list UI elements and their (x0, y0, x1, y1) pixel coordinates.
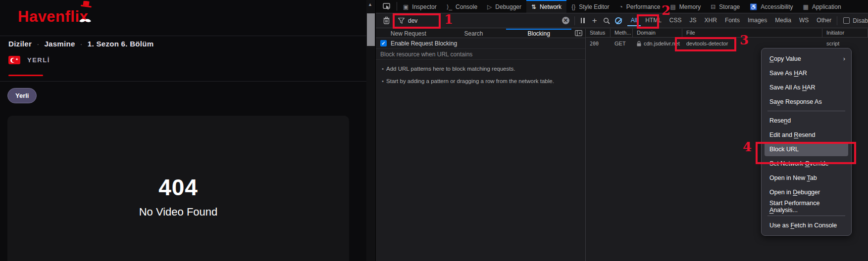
devtools-tab-application[interactable]: ▦Application (798, 0, 846, 13)
collapse-panel-button[interactable] (571, 29, 585, 38)
block-pattern-placeholder: Block resource when URL contains (380, 51, 472, 58)
devtools-tab-network[interactable]: ⇅Network (526, 0, 566, 13)
column-header-meth[interactable]: Meth... (611, 29, 633, 37)
type-filter-media[interactable]: Media (771, 15, 795, 26)
menu-item-label: Use as Fetch in Console (769, 222, 837, 229)
request-table-header: StatusMeth...DomainFileInitiator (586, 29, 868, 38)
menu-item-label: Save All As HAR (769, 84, 815, 91)
disable-cache-checkbox[interactable] (843, 17, 850, 24)
panel-tab-search[interactable]: Search (441, 29, 507, 38)
site-page: Havenflix Diziler·Jasmine·1. Sezon 6. Bö… (0, 0, 366, 261)
type-filter-js[interactable]: JS (686, 15, 700, 26)
menu-item-save-as-har[interactable]: Save As HAR (762, 66, 851, 80)
type-filter-html[interactable]: HTML (642, 15, 665, 26)
request-type-filters: AllHTMLCSSJSXHRFontsImagesMediaWSOther (627, 15, 835, 26)
devtools-tab-bar: ▣Inspector⟩_Console▷Debugger⇅Network{}St… (376, 0, 868, 13)
devtools-tab-inspector[interactable]: ▣Inspector (398, 0, 442, 13)
type-filter-images[interactable]: Images (744, 15, 770, 26)
cell-method: GET (611, 41, 633, 46)
devtools-tab-console[interactable]: ⟩_Console (442, 0, 482, 13)
devtools-tab-accessibility[interactable]: ♿Accessibility (745, 0, 798, 13)
panel-tab-blocking[interactable]: Blocking (506, 29, 571, 38)
menu-item-open-in-debugger[interactable]: Open in Debugger (762, 185, 851, 199)
tab-yerli[interactable]: ★ YERLİ (8, 56, 50, 64)
clear-requests-button[interactable] (380, 15, 392, 27)
type-filter-fonts[interactable]: Fonts (721, 15, 743, 26)
breadcrumb-separator: · (37, 40, 39, 48)
menu-item-label: Set Network Override (769, 160, 829, 167)
style-editor-icon: {} (571, 3, 575, 10)
enable-request-blocking-row[interactable]: ✓ Enable Request Blocking (376, 38, 585, 49)
clear-filter-button[interactable]: ✕ (562, 17, 569, 24)
menu-separator (767, 216, 845, 216)
active-tab-underline (8, 75, 43, 76)
turkish-flag-icon: ★ (8, 56, 20, 64)
menu-separator (767, 111, 845, 111)
devtools-tab-style-editor[interactable]: {}Style Editor (566, 0, 614, 13)
scrollbar-up-arrow-icon[interactable]: ▲ (368, 2, 372, 7)
page-scrollbar[interactable]: ▲ (366, 0, 375, 261)
breadcrumb-item-1-sezon-6-b-l-m[interactable]: 1. Sezon 6. Bölüm (88, 40, 153, 48)
devtools-tab-label: Network (540, 3, 562, 10)
type-filter-xhr[interactable]: XHR (701, 15, 720, 26)
disable-cache-label: Disab (853, 17, 868, 24)
language-tab-label: YERLİ (27, 56, 50, 64)
site-logo[interactable]: Havenflix (18, 8, 88, 26)
menu-item-save-response-as[interactable]: Save Response As (762, 94, 851, 109)
cell-file: devtools-detector (682, 41, 822, 46)
pause-icon (581, 18, 585, 23)
network-toolbar: dev ✕ + AllHTMLCSSJSXHRFontsImagesMediaW… (376, 13, 868, 28)
type-filter-css[interactable]: CSS (666, 15, 685, 26)
menu-item-use-as-fetch-in-console[interactable]: Use as Fetch in Console (762, 218, 851, 232)
blocking-hint-text: Start by adding a pattern or dragging a … (386, 78, 554, 84)
genre-badge[interactable]: Yerli (7, 88, 37, 103)
breadcrumb-item-diziler[interactable]: Diziler (8, 40, 32, 48)
block-pattern-input[interactable]: Block resource when URL contains (376, 49, 585, 60)
menu-item-edit-and-resend[interactable]: Edit and Resend (762, 128, 851, 142)
devtools-tab-label: Application (812, 3, 841, 10)
devtools-tab-storage[interactable]: ⊟Storage (706, 0, 745, 13)
pause-recording-button[interactable] (577, 15, 589, 27)
column-header-initiator[interactable]: Initiator (822, 29, 868, 37)
menu-item-save-all-as-har[interactable]: Save All As HAR (762, 80, 851, 94)
inspector-icon: ▣ (403, 3, 408, 10)
disable-cache-toggle[interactable]: Disab (843, 17, 868, 24)
column-header-file[interactable]: File (682, 29, 822, 37)
request-blocking-button[interactable] (613, 15, 624, 27)
lock-icon (637, 41, 641, 46)
menu-item-resend[interactable]: Resend (762, 113, 851, 128)
type-filter-ws[interactable]: WS (796, 15, 812, 26)
breadcrumb: Diziler·Jasmine·1. Sezon 6. Bölüm (8, 40, 153, 48)
menu-item-copy-value[interactable]: Copy Value› (762, 51, 851, 66)
breadcrumb-separator: · (80, 40, 83, 48)
devtools-tab-memory[interactable]: ▤Memory (665, 0, 706, 13)
plus-icon: + (592, 16, 597, 25)
devtools-tab-debugger[interactable]: ▷Debugger (482, 0, 526, 13)
menu-item-label: Open in Debugger (769, 189, 820, 196)
menu-item-start-performance-analysis[interactable]: Start Performance Analysis... (762, 199, 851, 214)
type-filter-other[interactable]: Other (813, 15, 835, 26)
menu-item-open-in-new-tab[interactable]: Open in New Tab (762, 171, 851, 185)
blocking-hints: •Add URL patterns here to block matching… (376, 60, 585, 84)
column-header-status[interactable]: Status (586, 29, 611, 37)
url-filter-input[interactable]: dev ✕ (392, 13, 572, 28)
pick-element-button[interactable] (376, 0, 396, 13)
scrollbar-thumb[interactable] (367, 13, 375, 46)
menu-item-set-network-override[interactable]: Set Network Override (762, 156, 851, 171)
network-icon: ⇅ (531, 3, 536, 10)
menu-item-label: Resend (769, 117, 791, 124)
column-header-domain[interactable]: Domain (633, 29, 682, 37)
bullet-icon: • (382, 66, 384, 72)
devtools-tab-performance[interactable]: ◔Performance (614, 0, 665, 13)
panel-tab-new-request[interactable]: New Request (376, 29, 441, 38)
type-filter-all[interactable]: All (627, 15, 641, 26)
menu-item-label: Save As HAR (769, 70, 807, 77)
url-filter-value: dev (408, 17, 417, 24)
search-button[interactable] (601, 15, 613, 27)
menu-item-block-url[interactable]: Block URL (765, 142, 848, 156)
enable-blocking-checkbox[interactable]: ✓ (380, 40, 387, 46)
devtools-tab-label: Memory (679, 3, 701, 10)
new-request-button[interactable]: + (589, 15, 601, 27)
breadcrumb-item-jasmine[interactable]: Jasmine (44, 40, 75, 48)
devtools-tab-label: Debugger (495, 3, 521, 10)
